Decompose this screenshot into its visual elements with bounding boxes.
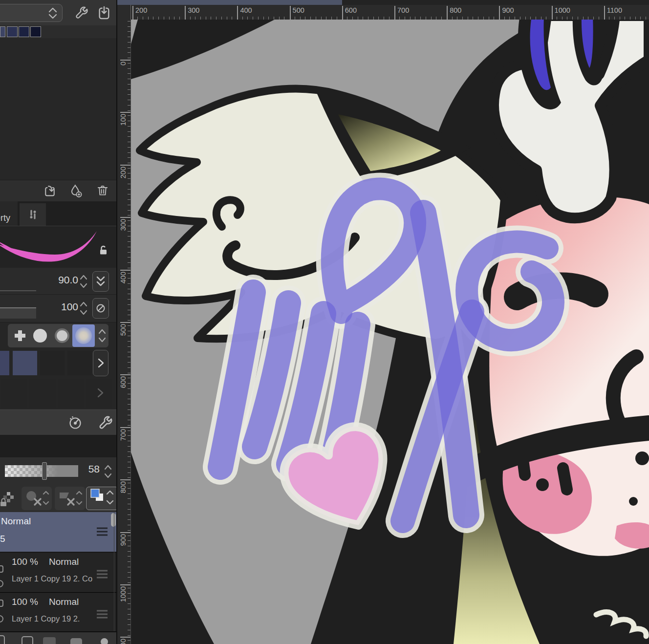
ruler-minor-tick [128, 147, 131, 148]
spinner-icon[interactable] [79, 272, 88, 291]
expand-all-button[interactable] [92, 271, 109, 292]
ruler-minor-tick [128, 504, 131, 504]
ruler-tick [120, 637, 131, 638]
hard-circle-tip[interactable] [33, 329, 47, 343]
layer-row[interactable]: 100 % Normal Layer 1 Copy 19 2. [0, 592, 117, 632]
material-swatch-row2 [0, 378, 117, 409]
brush-size-value[interactable]: 90.0 [34, 274, 78, 286]
ruler-minor-tick [128, 152, 131, 153]
mask-button[interactable] [55, 487, 85, 510]
layer-menu-icon[interactable] [96, 608, 108, 620]
tab-tool-property[interactable]: erty [0, 201, 18, 226]
sliders-icon [26, 208, 39, 221]
lock-open-icon[interactable] [97, 244, 109, 257]
new-layer-icon[interactable] [0, 635, 5, 644]
layer-opacity-value[interactable]: 58 [78, 463, 100, 475]
ruler-minor-tick [128, 241, 131, 242]
ruler-minor-tick [128, 315, 131, 315]
ruler-minor-tick [128, 294, 131, 294]
new-folder-icon[interactable] [22, 636, 33, 644]
clip-to-layer-button[interactable] [22, 487, 52, 510]
ruler-label: 1000 [555, 6, 570, 14]
wrench-icon[interactable] [74, 5, 89, 20]
ruler-minor-tick [128, 530, 131, 531]
slider-track-partial[interactable] [0, 290, 36, 291]
color-swatch[interactable] [30, 26, 41, 37]
import-icon[interactable] [43, 184, 57, 198]
pixel-cross-tip[interactable] [13, 328, 27, 343]
layers-scrollbar-thumb[interactable] [111, 513, 116, 527]
material-tile[interactable] [13, 351, 37, 375]
layer-color-icon [87, 487, 117, 509]
ruler-minor-tick [128, 194, 131, 194]
timer-icon[interactable] [67, 415, 83, 430]
tab-brush-detail[interactable] [20, 203, 46, 226]
tool-dropdown[interactable] [0, 4, 63, 22]
wrench-icon[interactable] [98, 415, 113, 430]
layer-menu-icon[interactable] [96, 526, 108, 537]
ruler-tick [447, 6, 448, 20]
add-droplet-icon[interactable] [68, 184, 83, 198]
brush-stroke-preview[interactable] [0, 226, 117, 268]
panel-top-toolbar [0, 0, 117, 25]
trash-icon[interactable] [96, 184, 109, 197]
material-tile[interactable] [58, 379, 84, 408]
brush-tip-box [8, 324, 108, 347]
ruler-minor-tick [128, 630, 131, 630]
ruler-top: 20030040050060070080090010001100 [117, 5, 649, 20]
canvas[interactable] [131, 20, 649, 644]
spinner-icon[interactable] [104, 462, 112, 481]
lock-transparent-pixels-icon[interactable] [0, 491, 16, 507]
ruler-minor-tick [128, 205, 131, 205]
toolbar-icon[interactable] [70, 638, 82, 644]
ruler-minor-tick [128, 142, 131, 142]
tab-tool-property-label: erty [0, 213, 10, 223]
ruler-minor-tick [128, 115, 131, 116]
spinner-icon[interactable] [79, 299, 88, 318]
ruler-minor-tick [128, 409, 131, 410]
document-tab-partial[interactable] [117, 0, 342, 5]
material-tile[interactable] [29, 379, 56, 408]
chevron-right-icon-dim[interactable] [96, 387, 105, 399]
layer-opacity-slider[interactable] [5, 465, 78, 477]
ruler-minor-tick [128, 373, 131, 373]
spinner-icon[interactable] [98, 327, 107, 344]
color-swatch[interactable] [7, 26, 18, 37]
ruler-minor-tick [128, 472, 131, 473]
export-icon[interactable] [96, 5, 112, 21]
ruler-minor-tick [128, 572, 131, 573]
ruler-minor-tick [128, 262, 131, 263]
layer-opacity-handle[interactable] [42, 462, 47, 480]
toolbar-icon[interactable] [101, 638, 108, 644]
ruler-minor-tick [128, 157, 131, 158]
ruler-minor-tick [128, 456, 131, 457]
color-swatch[interactable] [0, 26, 5, 37]
material-tile[interactable] [40, 351, 65, 375]
toolbar-icon[interactable] [43, 637, 56, 644]
brush-tip-row [0, 322, 117, 350]
brush-size-row: 90.0 [0, 268, 117, 295]
layer-row[interactable]: 100 % Normal Layer 1 Copy 19 2. Co [0, 552, 117, 592]
material-tile[interactable] [67, 351, 92, 375]
layer-menu-icon[interactable] [96, 568, 108, 580]
layer-color-button[interactable] [86, 487, 118, 510]
layer-row-selected[interactable]: Normal 5 [0, 512, 117, 552]
color-swatch[interactable] [19, 26, 29, 37]
ruler-tick [120, 532, 131, 533]
ring-circle-tip[interactable] [55, 328, 69, 343]
no-texture-button[interactable] [92, 298, 109, 319]
app-window: erty 90.0 [0, 0, 649, 644]
ruler-tick [132, 6, 133, 20]
material-tile[interactable] [1, 379, 27, 408]
ruler-label: 1000 [119, 586, 128, 607]
ruler-minor-tick [128, 435, 131, 436]
ruler-minor-tick [128, 58, 131, 58]
soft-circle-tip-selected[interactable] [72, 324, 95, 347]
layers-scroll-track[interactable] [114, 512, 114, 631]
slider-track-partial[interactable] [0, 307, 36, 319]
material-tile[interactable] [0, 351, 9, 375]
expand-right-button[interactable] [93, 350, 108, 376]
ruler-minor-tick [128, 325, 131, 326]
ruler-tick [120, 322, 131, 323]
brush-opacity-value[interactable]: 100 [34, 301, 78, 313]
